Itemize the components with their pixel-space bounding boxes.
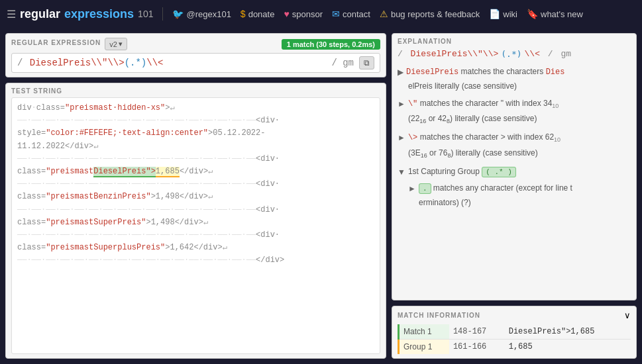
nav-link-whatsnew[interactable]: 🔖 what's new [527, 9, 583, 19]
exp-quote-detail: (2216 or 428) literally (case sensitive) [408, 112, 631, 127]
match-range-0: 148-167 [449, 324, 505, 340]
whatsnew-icon: 🔖 [527, 9, 538, 19]
bug-icon: ⚠ [380, 9, 388, 19]
explanation-regex-line: / DieselPreis\\"\\> (.*) \\< / gm [398, 49, 631, 59]
regex-capture: (.*) [125, 58, 147, 68]
expand-arrow-dot[interactable]: ► [408, 182, 416, 195]
test-line: class="preismastSuperPreis">1,498</div>↵ [17, 216, 374, 229]
test-line: ——·——·——·——·——·——·——·——·——·——·——·——·——·—… [17, 153, 374, 165]
logo-title-expressions: expressions [64, 7, 134, 21]
match-range-1: 161-166 [449, 340, 505, 355]
exp-dot-cont: erminators) (?) [419, 196, 631, 209]
exp-dieselpreis-cont: elPreis literally (case sensitive) [408, 79, 631, 93]
test-line: ——·——·——·——·——·——·——·——·——·——·——·——·——·—… [17, 178, 374, 191]
exp-item-gt: ► \> matches the character > with index … [398, 130, 631, 146]
regex-delimiter-open: / [17, 58, 23, 68]
exp-item-dieselpreis: ▶ DieselPreis matches the characters Die… [398, 64, 631, 79]
nav-contact-label: contact [343, 9, 370, 19]
exp-gt-note: matches the character > [420, 132, 508, 142]
exp-flags: gm [556, 49, 571, 59]
match-label-0: Match 1 [399, 324, 449, 340]
match-label-1: Group 1 [399, 340, 449, 355]
version-label: v2 [109, 40, 117, 48]
expand-arrow-quote[interactable]: ► [398, 97, 405, 111]
left-panel: REGULAR EXPRESSION v2 ▾ 1 match (30 step… [5, 33, 386, 359]
nav-divider [162, 7, 163, 21]
explanation-section: EXPLANATION / DieselPreis\\"\\> (.*) \\<… [392, 33, 637, 300]
test-line: class="preismastDieselPreis">1,685</div>… [17, 165, 374, 178]
hamburger-icon[interactable]: ☰ [7, 8, 16, 21]
exp-item-dot: ► . matches any character (except for li… [408, 181, 631, 196]
nav-link-contact[interactable]: ✉ contact [332, 9, 370, 19]
nav-link-donate[interactable]: $ donate [241, 9, 275, 19]
exp-group-note: 1st Capturing Group [408, 167, 482, 176]
match-badge: 1 match (30 steps, 0.2ms) [282, 39, 380, 50]
nav-twitter-label: @regex101 [186, 9, 231, 19]
expand-arrow-group[interactable]: ▼ [398, 165, 405, 179]
regex-close: \\< [146, 58, 163, 68]
match-value-0: DieselPreis">1,685 [505, 324, 631, 340]
main-layout: REGULAR EXPRESSION v2 ▾ 1 match (30 step… [0, 28, 642, 364]
top-navigation: ☰ regular expressions 101 🐦 @regex101 $ … [0, 0, 642, 28]
regex-input-row[interactable]: / DieselPreis\\"\\> (.*) \\< / gm ⧉ [11, 53, 380, 73]
nav-donate-label: donate [248, 9, 275, 19]
regex-literal: DieselPreis\\"\\> [24, 58, 124, 68]
nav-link-twitter[interactable]: 🐦 @regex101 [172, 9, 231, 19]
test-line: ——·——·——·——·——·——·——·——·——·——·——·——·——·—… [17, 204, 374, 216]
match-info-section: MATCH INFORMATION ∨ Match 1 148-167 Dies… [392, 306, 637, 359]
version-chevron: ▾ [119, 40, 123, 48]
exp-delim-close: / [543, 49, 553, 59]
match-info-label: MATCH INFORMATION [398, 312, 480, 319]
test-line: ——·——·——·——·——·——·——·——·——·——·——·——·——·—… [17, 229, 374, 242]
nav-sponsor-label: sponsor [292, 9, 323, 19]
nav-whatsnew-label: what's new [541, 9, 583, 19]
test-line: class="preismastBenzinPreis">1,498</div>… [17, 191, 374, 203]
exp-item-group: ▼ 1st Capturing Group ( .* ) [398, 164, 631, 179]
test-line: ——·——·——·——·——·——·——·——·——·——·——·——·——·—… [17, 114, 374, 127]
explanation-label: EXPLANATION [398, 38, 631, 45]
test-content[interactable]: div·class="preismast·hidden-xs">↵ ——·——·… [11, 97, 380, 354]
exp-dieselpreis-cont-text: elPreis [408, 81, 433, 91]
exp-dot-label: . [419, 183, 431, 194]
regex-header: REGULAR EXPRESSION v2 ▾ 1 match (30 step… [11, 38, 380, 50]
exp-item-quote: ► \" matches the character " with index … [398, 96, 631, 113]
exp-gt-detail: (3E16 or 768) literally (case sensitive) [408, 146, 631, 161]
expand-arrow-gt[interactable]: ► [398, 131, 405, 144]
nav-link-bug[interactable]: ⚠ bug reports & feedback [380, 9, 480, 19]
match-row-1: Group 1 161-166 1,685 [399, 340, 631, 355]
expand-arrow-dieselpreis[interactable]: ▶ [398, 66, 403, 79]
match-info-header: MATCH INFORMATION ∨ [398, 310, 631, 320]
exp-delim-open: / [398, 49, 403, 59]
logo-title-regular: regular [20, 7, 60, 21]
regex-left-controls: REGULAR EXPRESSION v2 ▾ [11, 38, 127, 50]
exp-group-label: ( .* ) [482, 167, 516, 177]
twitter-icon: 🐦 [172, 9, 184, 19]
version-badge[interactable]: v2 ▾ [105, 38, 127, 50]
help-icon[interactable]: (?) [461, 198, 471, 207]
test-line: style="color:#FEFEFE;·text-align:center"… [17, 127, 374, 140]
nav-link-wiki[interactable]: 📄 wiki [489, 9, 517, 19]
exp-quote-note: matches the character " [420, 99, 506, 108]
match-value-1: 1,685 [505, 340, 631, 355]
test-line: 11.12.2022</div>↵ [17, 140, 374, 153]
exp-literal: DieselPreis\\"\\> [405, 49, 498, 59]
exp-dot-note: matches any character (except for line t [433, 183, 572, 193]
regex-section-label: REGULAR EXPRESSION [11, 39, 101, 46]
wiki-icon: 📄 [489, 9, 500, 19]
sponsor-icon: ♥ [284, 9, 289, 19]
donate-icon: $ [241, 9, 246, 19]
nav-link-sponsor[interactable]: ♥ sponsor [284, 9, 323, 19]
right-panel: EXPLANATION / DieselPreis\\"\\> (.*) \\<… [392, 33, 637, 359]
regex-section: REGULAR EXPRESSION v2 ▾ 1 match (30 step… [5, 33, 386, 77]
copy-button[interactable]: ⧉ [359, 56, 374, 69]
exp-close: \\< [525, 49, 540, 59]
exp-quote-literal: \" [408, 99, 417, 109]
exp-capture: (.*) [501, 49, 521, 59]
match-info-chevron[interactable]: ∨ [624, 310, 631, 320]
explanation-tree: ▶ DieselPreis matches the characters Die… [398, 64, 631, 210]
test-section-label: TEST STRING [11, 87, 380, 95]
exp-dieselpreis-note: matches the characters Dies [461, 67, 565, 76]
test-line: class="preismastSuperplusPreis">1,642</d… [17, 242, 374, 254]
nav-bug-label: bug reports & feedback [391, 9, 480, 19]
match-info-table: Match 1 148-167 DieselPreis">1,685 Group… [398, 324, 631, 354]
